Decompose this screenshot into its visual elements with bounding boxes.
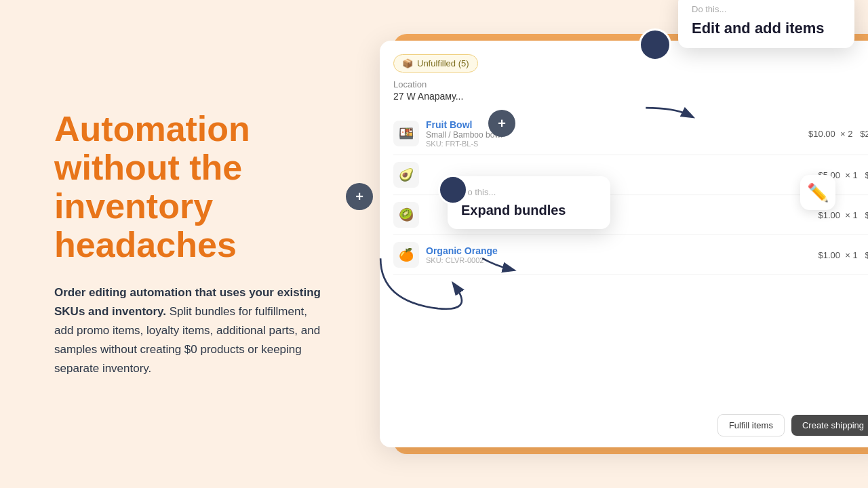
card-footer: Fulfill items Create shipping — [717, 414, 868, 436]
item-price: $1.00 × 1 $1 — [818, 250, 868, 260]
pencil-icon: ✏️ — [807, 182, 829, 203]
location-label: Location — [393, 79, 868, 89]
item-thumb: 🥑 — [393, 162, 419, 188]
status-label: Unfulfilled (5) — [417, 58, 469, 68]
left-panel: Automation without the inventory headach… — [0, 69, 366, 420]
item-info: Organic Orange SKU: CLVR-0002 — [426, 245, 812, 264]
item-price: $1.00 × 1 $1 — [818, 210, 868, 220]
right-panel: 📦 Unfulfilled (5) Location 27 W Anapaму.… — [366, 0, 868, 488]
plus-node-left[interactable]: + — [346, 183, 373, 210]
body-text: Order editing automation that uses your … — [54, 283, 326, 378]
tooltip-top-action[interactable]: Edit and add items — [692, 20, 841, 37]
tooltip-mid-label: Do this... — [461, 187, 597, 197]
create-shipping-button[interactable]: Create shipping — [791, 415, 868, 436]
status-badge: 📦 Unfulfilled (5) — [393, 54, 478, 73]
item-price: $10.00 × 2 $20 — [808, 129, 868, 139]
item-info: Fruit Bowl Small / Bamboo bowl SKU: FRT-… — [426, 119, 802, 148]
item-variant: Small / Bamboo bowl — [426, 130, 802, 140]
package-icon: 📦 — [402, 58, 413, 68]
item-sku: SKU: FRT-BL-S — [426, 140, 802, 148]
circle-node-mid — [438, 175, 468, 205]
tooltip-top-label: Do this... — [692, 4, 841, 14]
fulfill-button[interactable]: Fulfill items — [717, 414, 785, 436]
plus-node-center[interactable]: + — [488, 110, 515, 137]
tooltip-expand-bundles: Do this... Expand bundles — [448, 176, 610, 229]
item-sku: SKU: CLVR-0002 — [426, 256, 812, 264]
location-value: 27 W Anapaму... — [393, 91, 868, 102]
table-row: 🍊 Organic Orange SKU: CLVR-0002 $1.00 × … — [393, 235, 868, 275]
tooltip-edit-items: Do this... Edit and add items — [678, 0, 854, 48]
item-name: Fruit Bowl — [426, 119, 802, 130]
edit-icon-badge: ✏️ — [800, 175, 835, 210]
item-thumb: 🥝 — [393, 202, 419, 228]
circle-node-top — [639, 28, 671, 61]
main-ui-card: 📦 Unfulfilled (5) Location 27 W Anapaму.… — [380, 41, 868, 447]
item-name: Organic Orange — [426, 245, 812, 256]
table-row: 🍱 Fruit Bowl Small / Bamboo bowl SKU: FR… — [393, 113, 868, 155]
item-thumb: 🍱 — [393, 121, 419, 146]
item-thumb: 🍊 — [393, 242, 419, 268]
headline: Automation without the inventory headach… — [54, 110, 326, 265]
tooltip-mid-action[interactable]: Expand bundles — [461, 203, 597, 218]
